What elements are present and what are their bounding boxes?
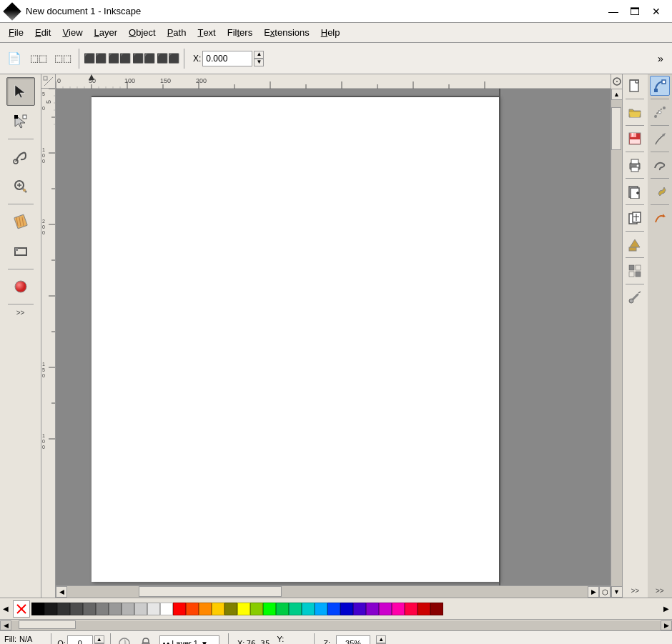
close-button[interactable]: ✕: [646, 1, 666, 21]
palette-color[interactable]: [83, 603, 96, 615]
palette-color[interactable]: [70, 603, 83, 615]
hscroll-thumb[interactable]: [139, 586, 282, 597]
palette-color[interactable]: [366, 603, 379, 615]
extra-scroll-track[interactable]: [11, 620, 661, 630]
lock-icon[interactable]: [138, 635, 154, 644]
menu-file[interactable]: File: [3, 23, 29, 42]
palette-color[interactable]: [173, 603, 186, 615]
palette-color[interactable]: [379, 603, 392, 615]
tool-ellipse[interactable]: [6, 272, 35, 301]
toolbar-align[interactable]: ⬛⬛: [84, 47, 107, 70]
x-down[interactable]: ▼: [254, 59, 264, 66]
right-dropper[interactable]: [625, 287, 645, 307]
x-spinner[interactable]: ▲ ▼: [254, 51, 264, 66]
palette-color[interactable]: [405, 603, 417, 615]
hscroll-track[interactable]: [67, 586, 588, 598]
toolbar-open[interactable]: ⬚⬚: [27, 47, 50, 70]
menu-path[interactable]: Path: [162, 23, 192, 42]
x-input[interactable]: [202, 51, 252, 66]
menu-edit[interactable]: Edit: [29, 23, 56, 42]
palette-color[interactable]: [109, 603, 122, 615]
right-more2[interactable]: >>: [654, 585, 666, 596]
palette-color[interactable]: [430, 603, 443, 615]
menu-filters[interactable]: Filters: [222, 23, 258, 42]
toolbar-open2[interactable]: ⬚⬚: [51, 47, 74, 70]
opacity-up[interactable]: ▲: [94, 635, 104, 643]
palette-color[interactable]: [147, 603, 160, 615]
palette-color[interactable]: [57, 603, 70, 615]
toolbar-dist3[interactable]: ⬛⬛: [157, 47, 179, 70]
palette-color[interactable]: [160, 603, 173, 615]
zoom-input[interactable]: [336, 635, 370, 644]
extra-scroll-right[interactable]: ▶: [661, 620, 672, 630]
palette-color[interactable]: [327, 603, 340, 615]
toolbar-new[interactable]: 📄: [3, 47, 26, 70]
menu-help[interactable]: Help: [315, 23, 346, 42]
layer-dropdown-icon[interactable]: ▼: [201, 640, 208, 645]
palette-color[interactable]: [392, 603, 405, 615]
minimize-button[interactable]: —: [603, 1, 623, 21]
right-pattern[interactable]: [625, 261, 645, 281]
palette-scroll-left[interactable]: ◀: [0, 603, 11, 614]
right-pencil[interactable]: [650, 102, 670, 122]
palette-color[interactable]: [276, 603, 289, 615]
palette-color[interactable]: [302, 603, 315, 615]
right-dup-page[interactable]: [625, 208, 645, 228]
palette-color[interactable]: [263, 603, 276, 615]
palette-color[interactable]: [417, 603, 430, 615]
right-open[interactable]: [625, 102, 645, 122]
canvas-container[interactable]: [56, 89, 611, 585]
right-calligraphy[interactable]: [650, 155, 670, 175]
right-node-edit[interactable]: [650, 76, 670, 96]
vscroll-up[interactable]: ▲: [611, 89, 623, 100]
tool-tweak[interactable]: [6, 142, 35, 171]
palette-color[interactable]: [31, 603, 44, 615]
opacity-input[interactable]: [67, 635, 93, 644]
palette-color[interactable]: [186, 603, 199, 615]
menu-text[interactable]: Text: [192, 23, 221, 42]
menu-view[interactable]: View: [56, 23, 88, 42]
palette-color[interactable]: [199, 603, 212, 615]
palette-color[interactable]: [134, 603, 147, 615]
extra-scroll-left[interactable]: ◀: [0, 620, 11, 630]
layer-more[interactable]: ...: [209, 639, 216, 644]
tool-selector[interactable]: [6, 77, 35, 106]
vscroll-down[interactable]: ▼: [611, 586, 623, 598]
palette-color[interactable]: [289, 603, 302, 615]
toolbar-more[interactable]: »: [652, 47, 669, 70]
palette-scroll-right[interactable]: ▶: [661, 603, 672, 614]
x-up[interactable]: ▲: [254, 51, 264, 59]
zoom-fit-button[interactable]: [611, 74, 622, 89]
menu-layer[interactable]: Layer: [89, 23, 124, 42]
palette-color[interactable]: [44, 603, 57, 615]
tool-node[interactable]: [6, 107, 35, 136]
right-unknown1[interactable]: [650, 182, 670, 202]
tool-zoom[interactable]: [6, 172, 35, 201]
toolbar-dist[interactable]: ⬛⬛: [108, 47, 131, 70]
right-curve[interactable]: [650, 208, 670, 228]
maximize-button[interactable]: 🗖: [625, 1, 645, 21]
palette-x[interactable]: [13, 600, 30, 618]
toolbar-dist2[interactable]: ⬛⬛: [132, 47, 155, 70]
right-save[interactable]: [625, 129, 645, 149]
palette-color[interactable]: [122, 603, 134, 615]
right-pen[interactable]: [650, 129, 670, 149]
palette-color[interactable]: [315, 603, 327, 615]
extra-scroll-thumb[interactable]: [19, 620, 76, 629]
palette-color[interactable]: [353, 603, 366, 615]
right-new-page[interactable]: [625, 182, 645, 202]
layer-selector[interactable]: • • Layer 1 ▼ ...: [159, 635, 219, 644]
vscroll-track[interactable]: [611, 100, 622, 586]
palette-color[interactable]: [340, 603, 353, 615]
palette-color[interactable]: [224, 603, 237, 615]
hscroll-right[interactable]: ▶: [588, 586, 599, 598]
palette-color[interactable]: [250, 603, 263, 615]
menu-object[interactable]: Object: [123, 23, 162, 42]
right-print[interactable]: [625, 155, 645, 175]
zoom-up[interactable]: ▲: [376, 635, 386, 643]
menu-extensions[interactable]: Extensions: [258, 23, 315, 42]
palette-color[interactable]: [96, 603, 109, 615]
right-new-doc[interactable]: [625, 76, 645, 96]
right-more-bottom[interactable]: >>: [629, 585, 641, 596]
palette-color[interactable]: [212, 603, 224, 615]
